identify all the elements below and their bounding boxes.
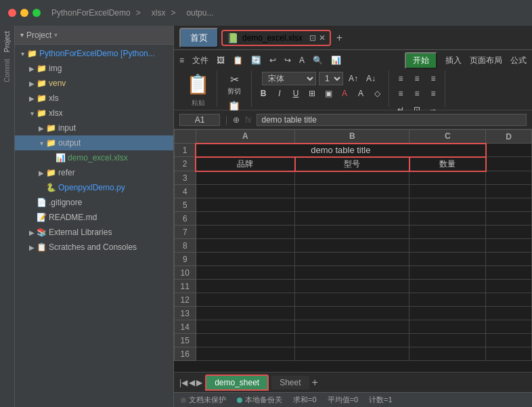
ribbon-formula[interactable]: 公式 (510, 55, 527, 66)
excel-file-icon: 📊 (56, 153, 66, 163)
side-tab-commit[interactable]: Commit (2, 56, 12, 85)
tree-label-extlibs: External Libraries (49, 228, 112, 237)
italic-button[interactable]: I (272, 87, 287, 100)
align-top-center-button[interactable]: ≡ (409, 72, 424, 85)
excel-tab-bar: 首页 📗 demo_excel.xlsx ⊡ ✕ + (174, 26, 532, 50)
cell-A2[interactable]: 品牌 (196, 157, 295, 171)
font-name-selector[interactable]: 宋体 (262, 72, 316, 85)
tree-item-venv[interactable]: ▶ 📁 venv (15, 76, 173, 91)
cell-A1[interactable]: demo table title (196, 144, 486, 157)
cell-D3[interactable] (486, 171, 532, 185)
cut-button[interactable]: ✂剪切 (225, 72, 244, 98)
close-button[interactable] (8, 9, 16, 17)
col-header-B[interactable]: B (295, 130, 409, 144)
tree-area[interactable]: ▾ 📁 PythonForExcelDemo [Python... ▶ 📁 im… (15, 45, 173, 407)
align-top-right-button[interactable]: ≡ (426, 72, 441, 85)
sidebar-dropdown-icon[interactable]: ▾ (54, 31, 58, 39)
cell-C3[interactable] (409, 171, 486, 185)
ribbon-menu-icon1[interactable]: 🖼 (217, 56, 225, 65)
cell-D1[interactable] (486, 144, 532, 157)
sheet-nav-first[interactable]: |◀ (179, 378, 187, 387)
tree-label-img: img (49, 64, 62, 73)
tree-item-demo-excel[interactable]: 📊 demo_excel.xlsx (15, 150, 173, 165)
folder-icon-xls: 📁 (37, 93, 47, 103)
tab-home[interactable]: 首页 (179, 28, 219, 48)
tree-item-extlibs[interactable]: ▶ 📚 External Libraries (15, 225, 173, 240)
align-bottom-right-button[interactable]: ≡ (426, 87, 441, 100)
bold-button[interactable]: B (256, 87, 271, 100)
minimize-button[interactable] (20, 9, 28, 17)
side-tab-project[interactable]: Project (2, 28, 12, 55)
erase-button[interactable]: ◇ (370, 87, 384, 100)
tree-item-root[interactable]: ▾ 📁 PythonForExcelDemo [Python... (15, 46, 173, 61)
paste-button[interactable]: 📋 (183, 72, 213, 97)
table-row: 6 (175, 212, 532, 226)
tab-pin-button[interactable]: ⊡ (309, 33, 316, 43)
tree-item-img[interactable]: ▶ 📁 img (15, 61, 173, 76)
cell-ref-input[interactable] (179, 114, 220, 126)
status-bar: 文档未保护 本地备份关 求和=0 平均值=0 计数=1 (174, 392, 532, 407)
tree-arrow-scratches: ▶ (27, 244, 37, 251)
sheet-tab-sheet[interactable]: Sheet (271, 376, 309, 389)
tree-arrow-xls: ▶ (27, 95, 37, 102)
table-row: 14 (175, 320, 532, 334)
formula-divider: | (225, 115, 227, 125)
col-header-C[interactable]: C (409, 130, 486, 144)
cell-A3[interactable] (196, 171, 295, 185)
tree-label-xls: xls (49, 93, 59, 103)
ribbon-menu-A[interactable]: A (299, 56, 305, 65)
align-bottom-left-button[interactable]: ≡ (393, 87, 408, 100)
col-header-D[interactable]: D (486, 130, 532, 144)
ribbon-start-btn[interactable]: 开始 (405, 52, 437, 69)
sheet-nav: |◀ ◀ ▶ (179, 378, 202, 387)
tree-item-refer[interactable]: ▶ 📁 refer (15, 165, 173, 180)
ribbon-menu-undo[interactable]: ↩ (269, 56, 276, 65)
align-top-left-button[interactable]: ≡ (393, 72, 408, 85)
cell-color-button[interactable]: ▣ (321, 87, 336, 100)
tree-item-readme[interactable]: 📝 README.md (15, 210, 173, 225)
tree-item-openpyxl[interactable]: 🐍 OpenpyxlDemo.py (15, 180, 173, 195)
traffic-lights (8, 9, 41, 17)
tree-item-input[interactable]: ▶ 📁 input (15, 121, 173, 135)
formula-input[interactable] (257, 114, 527, 126)
sheet-nav-prev[interactable]: ◀ (189, 378, 195, 387)
cell-B3[interactable] (295, 171, 409, 185)
tree-item-xls[interactable]: ▶ 📁 xls (15, 91, 173, 106)
ribbon-menu-redo[interactable]: ↪ (284, 56, 291, 65)
table-row: 9 (175, 253, 532, 266)
cell-B2[interactable]: 型号 (295, 157, 409, 171)
maximize-button[interactable] (32, 9, 41, 17)
cell-C2[interactable]: 数量 (409, 157, 486, 171)
sheet-tab-demo[interactable]: demo_sheet (205, 374, 269, 391)
underline-button[interactable]: U (288, 87, 303, 100)
table-row: 1 demo table title (175, 144, 532, 157)
ribbon-menu-search[interactable]: 🔍 (313, 56, 323, 65)
tab-close-button[interactable]: ✕ (319, 33, 326, 43)
ribbon-layout[interactable]: 页面布局 (470, 55, 502, 66)
sheet-add-button[interactable]: + (312, 377, 318, 389)
ribbon-menu-file[interactable]: 文件 (192, 55, 208, 66)
tree-item-output[interactable]: ▾ 📁 output (15, 135, 173, 150)
ribbon-menu-icon2[interactable]: 📋 (233, 56, 243, 65)
font-size-selector[interactable]: 11 (319, 72, 343, 85)
tree-label-demo-excel: demo_excel.xlsx (68, 153, 128, 163)
align-bottom-center-button[interactable]: ≡ (409, 87, 424, 100)
folder-icon-output: 📁 (46, 138, 56, 148)
tab-add-button[interactable]: + (336, 32, 342, 44)
tree-item-scratches[interactable]: ▶ 📋 Scratches and Consoles (15, 240, 173, 255)
font-increase-button[interactable]: A↑ (346, 72, 361, 85)
font-decrease-button[interactable]: A↓ (363, 72, 378, 85)
border-button[interactable]: ⊞ (305, 87, 319, 100)
sheet-nav-next[interactable]: ▶ (196, 378, 202, 387)
tree-item-gitignore[interactable]: 📄 .gitignore (15, 195, 173, 210)
cell-D2[interactable] (486, 157, 532, 171)
fill-color-button[interactable]: A (337, 87, 352, 100)
font-color-button[interactable]: A (353, 87, 368, 100)
ribbon-menu-icon3[interactable]: 🔄 (251, 56, 261, 65)
align-btns: ≡ ≡ ≡ ≡ ≡ ≡ (393, 72, 441, 100)
ribbon-menu-hamburger[interactable]: ≡ (179, 56, 184, 65)
ribbon-insert[interactable]: 插入 (445, 55, 462, 66)
tree-item-xlsx[interactable]: ▾ 📁 xlsx (15, 106, 173, 121)
ribbon-menu-chart[interactable]: 📊 (331, 56, 341, 65)
col-header-A[interactable]: A (196, 130, 295, 144)
